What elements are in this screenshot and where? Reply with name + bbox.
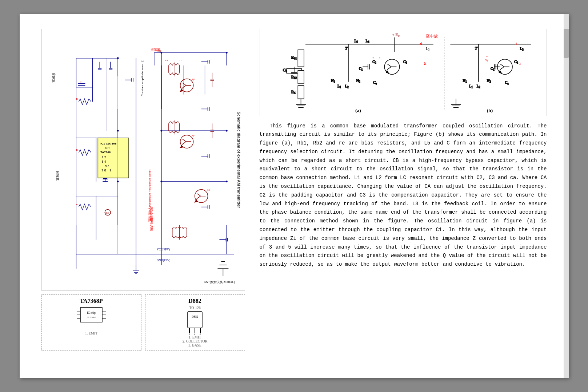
paragraph-text: This figure is a common base modulated t… bbox=[260, 122, 547, 269]
circuit-right-svg: + Ec (a) (b) 至中放 bbox=[260, 29, 547, 116]
svg-text:C1: C1 bbox=[179, 59, 183, 62]
svg-text:Q1: Q1 bbox=[192, 78, 195, 80]
ta7368p-detail: 1. EMIT bbox=[85, 331, 97, 335]
svg-text:IC chip: IC chip bbox=[87, 311, 96, 314]
left-panel: Schematic diagram of experimental AM tra… bbox=[38, 29, 249, 351]
svg-text:至中放: 至中放 bbox=[426, 33, 438, 38]
svg-rect-159 bbox=[275, 29, 531, 116]
d882-box: D882 TO-126 D882 E C B 1. EMIT bbox=[145, 294, 245, 351]
scrollbar[interactable] bbox=[564, 14, 569, 378]
svg-text:(a): (a) bbox=[355, 107, 361, 113]
content-row: Schematic diagram of experimental AM tra… bbox=[38, 29, 547, 351]
svg-text:N2: N2 bbox=[484, 58, 488, 62]
svg-text:9: 9 bbox=[109, 168, 111, 172]
svg-rect-142 bbox=[80, 308, 102, 322]
svg-point-117 bbox=[225, 52, 227, 54]
svg-text:T: T bbox=[475, 45, 477, 51]
svg-text:GND(PPV): GND(PPV) bbox=[156, 259, 170, 262]
svg-text:+: + bbox=[372, 56, 374, 59]
d882-diagram: D882 E C B bbox=[180, 310, 209, 335]
right-panel: + Ec (a) (b) 至中放 bbox=[260, 29, 547, 351]
svg-text:4: 4 bbox=[515, 42, 517, 45]
d882-detail1: 1. EMIT bbox=[189, 335, 201, 339]
d882-pin-number: TO-126 bbox=[189, 306, 200, 310]
svg-text:OR: OR bbox=[105, 146, 109, 150]
svg-rect-176 bbox=[298, 86, 304, 99]
svg-text:Q2: Q2 bbox=[192, 134, 195, 137]
svg-text:+: + bbox=[486, 55, 488, 58]
d882-title: D882 bbox=[188, 298, 201, 304]
svg-text:射频源: 射频源 bbox=[55, 170, 59, 180]
svg-point-122 bbox=[225, 130, 227, 131]
schematic-diagram: Schematic diagram of experimental AM tra… bbox=[41, 29, 245, 291]
d882-detail2: 2. COLLECTOR bbox=[183, 339, 208, 343]
svg-text:3: 3 bbox=[424, 62, 425, 66]
svg-point-116 bbox=[160, 52, 162, 54]
svg-text:3 4: 3 4 bbox=[101, 159, 106, 163]
svg-text:VCC(PPV): VCC(PPV) bbox=[156, 248, 170, 251]
svg-text:+: + bbox=[379, 56, 380, 59]
svg-text:TA7368: TA7368 bbox=[100, 151, 111, 154]
svg-rect-167 bbox=[298, 50, 304, 67]
svg-text:Q3: Q3 bbox=[207, 188, 210, 191]
svg-text:+Ec: +Ec bbox=[156, 49, 161, 52]
svg-text:1 2: 1 2 bbox=[101, 155, 106, 159]
ta7368p-diagram: IC chip TA7368P bbox=[77, 306, 106, 331]
page: Schematic diagram of experimental AM tra… bbox=[20, 14, 569, 378]
svg-text:D882: D882 bbox=[192, 315, 198, 318]
svg-text:LED: LED bbox=[105, 211, 109, 214]
svg-text:(b): (b) bbox=[487, 107, 492, 113]
svg-text:7 8: 7 8 bbox=[101, 168, 106, 172]
component-boxes: TA7368P IC chip TA7368P 1. EMIT bbox=[41, 294, 245, 351]
svg-rect-151 bbox=[188, 312, 202, 328]
svg-text:Constant amplitude wave（）: Constant amplitude wave（） bbox=[141, 58, 144, 96]
svg-text:IC1 CD7368: IC1 CD7368 bbox=[100, 142, 116, 145]
svg-text:ANT(发射天线/AERIAL): ANT(发射天线/AERIAL) bbox=[204, 281, 235, 284]
svg-text:TA7368P: TA7368P bbox=[87, 316, 96, 319]
svg-text:C: C bbox=[80, 80, 81, 83]
schematic-svg: Schematic diagram of experimental AM tra… bbox=[42, 29, 245, 290]
svg-point-123 bbox=[225, 181, 227, 182]
svg-text:R: R bbox=[76, 149, 78, 151]
svg-text:R: R bbox=[76, 203, 78, 206]
svg-text:R: R bbox=[76, 98, 78, 100]
svg-text:4: 4 bbox=[420, 42, 421, 45]
ta7368p-box: TA7368P IC chip TA7368P 1. EMIT bbox=[41, 294, 141, 351]
svg-text:低频调制波: 低频调制波 bbox=[149, 207, 153, 221]
svg-point-120 bbox=[160, 130, 162, 131]
svg-text:R1: R1 bbox=[165, 59, 168, 62]
d882-detail3: 3. BASE bbox=[188, 343, 201, 347]
body-text: This figure is a common base modulated t… bbox=[260, 122, 547, 269]
circuit-diagram: + Ec (a) (b) 至中放 bbox=[260, 29, 547, 116]
svg-text:3: 3 bbox=[519, 62, 520, 66]
ta7368p-title: TA7368P bbox=[80, 298, 103, 304]
svg-text:音频源: 音频源 bbox=[52, 72, 55, 82]
svg-point-121 bbox=[160, 181, 162, 182]
svg-text:T: T bbox=[345, 45, 348, 51]
svg-rect-174 bbox=[298, 70, 304, 83]
scrollbar-thumb[interactable] bbox=[564, 29, 569, 58]
svg-text:5 6: 5 6 bbox=[105, 164, 109, 167]
svg-text:Schematic diagram of experimen: Schematic diagram of experimental AM tra… bbox=[237, 111, 241, 208]
